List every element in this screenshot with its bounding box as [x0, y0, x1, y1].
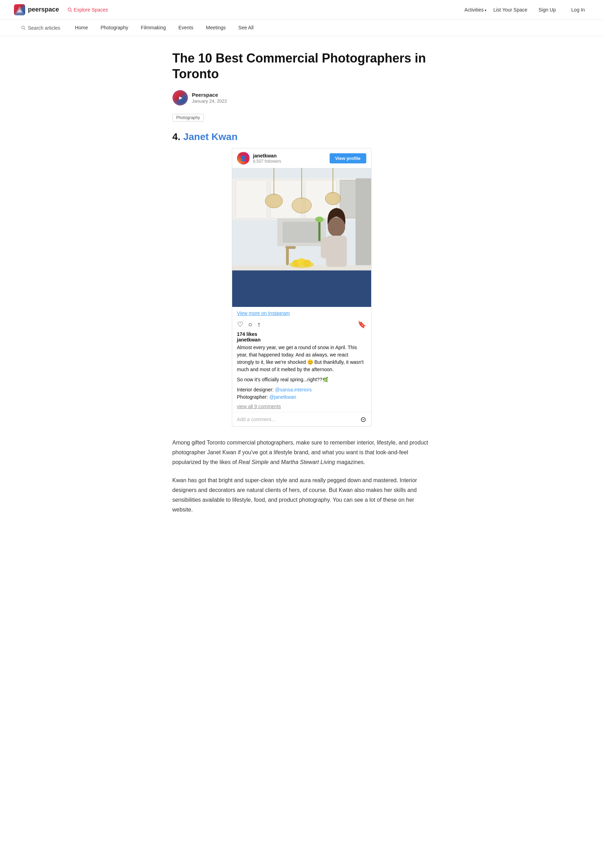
nav-see-all[interactable]: See All — [232, 20, 260, 36]
instagram-card: 👤 janetkwan 8,507 followers View profile — [232, 148, 371, 427]
ig-comments-link[interactable]: view all 9 comments — [232, 404, 371, 409]
search-articles-label: Search articles — [28, 25, 60, 31]
svg-point-28 — [315, 216, 323, 222]
avatar — [173, 90, 188, 105]
section-heading: 4. Janet Kwan — [173, 131, 431, 142]
ig-like-icon[interactable]: ♡ — [237, 320, 243, 329]
italic-real-simple: Real Simple — [238, 459, 269, 465]
list-space-button[interactable]: List Your Space — [493, 7, 527, 12]
ig-save-icon[interactable]: 🔖 — [357, 320, 366, 329]
article-paragraph-1: Among gifted Toronto commercial photogra… — [173, 438, 431, 467]
ig-caption-extra: So now it's officially real spring...rig… — [232, 376, 371, 386]
nav-filmmaking[interactable]: Filmmaking — [135, 20, 172, 36]
svg-marker-1 — [17, 9, 22, 12]
svg-point-13 — [265, 194, 283, 208]
svg-line-5 — [24, 28, 25, 30]
logo-icon — [14, 4, 25, 15]
section-link[interactable]: Janet Kwan — [183, 131, 238, 142]
svg-point-32 — [302, 260, 311, 267]
svg-rect-8 — [235, 180, 267, 218]
signup-button[interactable]: Sign Up — [534, 6, 560, 14]
svg-rect-21 — [232, 270, 371, 307]
article-title: The 10 Best Commercial Photographers in … — [173, 50, 431, 82]
ig-caption-body: Almost every year, we get a round of sno… — [232, 343, 371, 376]
ig-image — [232, 168, 371, 307]
ig-add-comment-placeholder[interactable]: Add a comment... — [237, 417, 275, 422]
explore-link[interactable]: Explore Spaces — [67, 7, 108, 12]
author-date: January 24, 2022 — [192, 99, 227, 104]
nav-events[interactable]: Events — [172, 20, 200, 36]
ig-comment-icon[interactable]: ○ — [248, 321, 252, 329]
ig-caption-username[interactable]: janetkwan — [232, 337, 371, 343]
svg-marker-0 — [17, 7, 22, 12]
ig-caption-credits: Interior designer: @sansa.interiors Phot… — [232, 386, 371, 404]
svg-rect-33 — [356, 178, 371, 266]
nav-meetings[interactable]: Meetings — [200, 20, 232, 36]
search-icon — [21, 25, 26, 30]
svg-point-15 — [292, 198, 311, 213]
tag-badge[interactable]: Photography — [173, 114, 204, 122]
author-block: Peerspace January 24, 2022 — [173, 90, 431, 105]
activities-button[interactable]: Activities — [464, 7, 486, 12]
svg-rect-27 — [318, 220, 320, 241]
login-button[interactable]: Log In — [567, 6, 589, 14]
svg-rect-26 — [320, 238, 328, 258]
ig-avatar: 👤 — [237, 152, 250, 164]
svg-rect-25 — [326, 236, 347, 267]
ig-header: 👤 janetkwan 8,507 followers View profile — [232, 148, 371, 168]
ig-add-comment-row: Add a comment... ⊙ — [232, 412, 371, 426]
ig-caption-extra1: So now it's officially real spring...rig… — [237, 377, 328, 382]
italic-martha-stewart: Martha Stewart Living — [281, 459, 335, 465]
ig-username[interactable]: janetkwan — [253, 153, 281, 159]
ig-mention-janet[interactable]: @janetkwan — [269, 394, 296, 400]
logo[interactable]: peerspace — [14, 4, 59, 15]
secondary-navigation: Search articles Home Photography Filmmak… — [0, 20, 603, 36]
ig-instagram-icon: ⊙ — [360, 415, 366, 423]
ig-actions: ♡ ○ ↑ 🔖 — [232, 317, 371, 331]
nav-photography[interactable]: Photography — [94, 20, 135, 36]
top-navigation: peerspace Explore Spaces Activities List… — [0, 0, 603, 20]
svg-rect-19 — [283, 222, 320, 242]
logo-text: peerspace — [28, 6, 59, 13]
ig-likes: 174 likes — [232, 331, 371, 337]
svg-point-2 — [68, 8, 71, 11]
ig-mention-sansa[interactable]: @sansa.interiors — [275, 387, 311, 392]
svg-point-4 — [22, 26, 25, 29]
article-paragraph-2: Kwan has got that bright and super-clean… — [173, 476, 431, 515]
ig-caption-text: Almost every year, we get a round of sno… — [237, 344, 364, 372]
svg-rect-22 — [286, 248, 289, 266]
svg-rect-23 — [285, 246, 296, 249]
kitchen-photo — [232, 168, 371, 307]
ig-user-info: janetkwan 8,507 followers — [253, 153, 281, 164]
ig-followers: 8,507 followers — [253, 159, 281, 164]
ig-share-icon[interactable]: ↑ — [257, 321, 261, 329]
svg-line-3 — [71, 11, 72, 12]
section-number: 4. — [173, 131, 181, 142]
explore-label: Explore Spaces — [74, 7, 108, 12]
nav-home[interactable]: Home — [69, 20, 94, 36]
svg-point-17 — [325, 192, 340, 205]
ig-view-profile-button[interactable]: View profile — [329, 153, 366, 164]
author-name: Peerspace — [192, 92, 227, 98]
search-articles[interactable]: Search articles — [21, 25, 66, 31]
ig-view-more-link[interactable]: View more on Instagram — [232, 307, 371, 317]
svg-point-24 — [328, 217, 345, 237]
main-content: The 10 Best Commercial Photographers in … — [165, 36, 438, 544]
author-info: Peerspace January 24, 2022 — [192, 92, 227, 104]
